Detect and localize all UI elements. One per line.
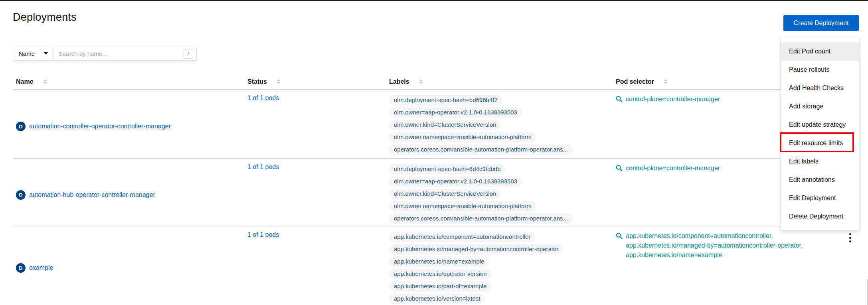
- masthead-edge-line: [0, 0, 868, 1]
- menu-item-edit-resource-limits[interactable]: Edit resource limits: [781, 134, 859, 152]
- sort-icon[interactable]: [276, 79, 281, 85]
- label-pill[interactable]: olm.owner.kind=ClusterServiceVersion: [389, 189, 501, 199]
- table-header-row: Name Status Labels Pod selector: [13, 74, 859, 90]
- table-row: D automation-controller-operator-control…: [13, 90, 859, 159]
- filter-type-label: Name: [19, 50, 35, 57]
- pods-status-link[interactable]: 1 of 1 pods: [247, 231, 279, 238]
- deployment-name-link[interactable]: automation-controller-operator-controlle…: [29, 123, 171, 130]
- table-row: D automation-hub-operator-controller-man…: [13, 159, 859, 226]
- deployments-table: Name Status Labels Pod selector: [13, 74, 859, 305]
- search-field-wrap: /: [54, 46, 197, 61]
- label-pill[interactable]: app.kubernetes.io/component=automationco…: [389, 232, 535, 242]
- menu-item-edit-labels[interactable]: Edit labels: [781, 152, 859, 171]
- menu-item-pause-rollouts[interactable]: Pause rollouts: [781, 61, 859, 79]
- label-pill[interactable]: olm.owner.namespace=ansible-automation-p…: [389, 201, 536, 212]
- kebab-menu-button[interactable]: [841, 226, 859, 305]
- label-pill[interactable]: olm.owner=aap-operator.v2.1.0-0.16383935…: [389, 176, 522, 187]
- menu-item-edit-deployment[interactable]: Edit Deployment: [781, 189, 859, 207]
- filter-type-dropdown[interactable]: Name: [13, 46, 54, 61]
- label-pill[interactable]: olm.owner.kind=ClusterServiceVersion: [389, 120, 501, 130]
- label-pill[interactable]: olm.deployment-spec-hash=bd696b4f7: [389, 95, 502, 106]
- actions-dropdown-menu: Edit Pod count Pause rollouts Add Health…: [781, 37, 859, 230]
- column-header-labels[interactable]: Labels: [389, 74, 616, 89]
- menu-item-add-storage[interactable]: Add storage: [781, 97, 859, 116]
- menu-item-edit-update-strategy[interactable]: Edit update strategy: [781, 116, 859, 134]
- table-row: D example 1 of 1 pods app.kubernetes.io/…: [13, 226, 859, 305]
- search-shortcut-badge: /: [184, 49, 193, 59]
- deployment-resource-badge: D: [16, 190, 26, 200]
- create-deployment-button[interactable]: Create Deployment: [783, 15, 859, 31]
- scrollbar[interactable]: [867, 279, 868, 305]
- column-header-status[interactable]: Status: [247, 74, 389, 89]
- labels-cell: olm.deployment-spec-hash=6d4c9fdbdbolm.o…: [389, 159, 616, 226]
- pod-selector-link[interactable]: control-plane=controller-manager: [626, 94, 720, 104]
- menu-item-edit-annotations[interactable]: Edit annotations: [781, 171, 859, 189]
- sort-icon[interactable]: [418, 79, 424, 85]
- pod-selector-cell: app.kubernetes.io/component=automationco…: [616, 226, 841, 305]
- label-pill[interactable]: app.kubernetes.io/operator-version: [389, 269, 492, 279]
- menu-item-edit-pod-count[interactable]: Edit Pod count: [781, 42, 859, 61]
- deployment-resource-badge: D: [16, 122, 26, 131]
- column-header-name[interactable]: Name: [16, 74, 247, 89]
- search-icon: [616, 96, 623, 102]
- status-cell: 1 of 1 pods: [247, 90, 389, 158]
- label-pill[interactable]: olm.owner.namespace=ansible-automation-p…: [389, 132, 536, 143]
- page-title: Deployments: [13, 11, 77, 24]
- name-cell: D example: [16, 226, 247, 305]
- label-pill[interactable]: olm.owner=aap-operator.v2.1.0-0.16383935…: [389, 107, 522, 118]
- status-cell: 1 of 1 pods: [247, 226, 389, 305]
- pods-status-link[interactable]: 1 of 1 pods: [247, 94, 279, 101]
- label-pill[interactable]: app.kubernetes.io/version=latest: [389, 293, 485, 304]
- label-pill[interactable]: operators.coreos.com/ansible-automation-…: [389, 213, 573, 224]
- search-input[interactable]: [54, 46, 196, 61]
- search-icon: [616, 232, 623, 239]
- name-cell: D automation-controller-operator-control…: [16, 90, 247, 158]
- sort-icon[interactable]: [42, 79, 48, 85]
- search-icon: [616, 165, 623, 171]
- labels-cell: app.kubernetes.io/component=automationco…: [389, 226, 616, 305]
- deployment-name-link[interactable]: example: [29, 264, 53, 272]
- name-cell: D automation-hub-operator-controller-man…: [16, 159, 247, 226]
- label-pill[interactable]: operators.coreos.com/ansible-automation-…: [389, 144, 573, 155]
- menu-item-delete-deployment[interactable]: Delete Deployment: [781, 207, 859, 226]
- pod-selector-link[interactable]: control-plane=controller-manager: [626, 163, 720, 173]
- caret-down-icon: [44, 52, 48, 55]
- label-pill[interactable]: app.kubernetes.io/part-of=example: [389, 281, 491, 292]
- deployment-name-link[interactable]: automation-hub-operator-controller-manag…: [29, 191, 155, 199]
- label-pill[interactable]: app.kubernetes.io/name=example: [389, 256, 489, 267]
- status-cell: 1 of 1 pods: [247, 159, 389, 226]
- pods-status-link[interactable]: 1 of 1 pods: [247, 163, 279, 170]
- menu-item-add-health-checks[interactable]: Add Health Checks: [781, 79, 859, 97]
- labels-cell: olm.deployment-spec-hash=bd696b4f7olm.ow…: [389, 90, 616, 158]
- label-pill[interactable]: app.kubernetes.io/managed-by=automationc…: [389, 244, 563, 255]
- deployment-resource-badge: D: [16, 263, 26, 273]
- filter-toolbar: Name /: [13, 46, 197, 61]
- pod-selector-link[interactable]: app.kubernetes.io/component=automationco…: [626, 231, 833, 260]
- deployments-page: Deployments Create Deployment Name / Nam…: [0, 0, 868, 305]
- label-pill[interactable]: olm.deployment-spec-hash=6d4c9fdbdb: [389, 164, 505, 175]
- sort-icon[interactable]: [663, 79, 668, 85]
